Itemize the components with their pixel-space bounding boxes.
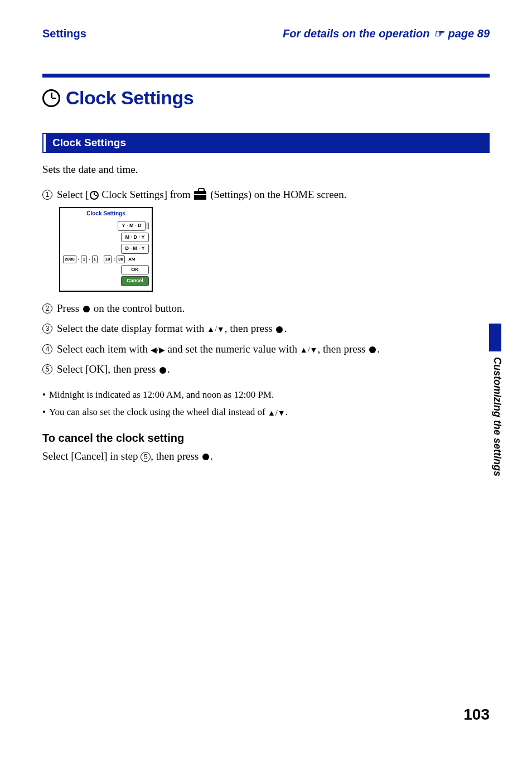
header-reference: For details on the operation ☞ page 89 [283,27,490,40]
header-rule [42,74,490,78]
step-5: 5 Select [OK], then press . [42,361,490,378]
note-1: • Midnight is indicated as 12:00 AM, and… [42,388,490,402]
page-title-row: Clock Settings [42,87,194,109]
pointer-icon: ☞ [434,27,444,40]
step-number-5: 5 [42,364,52,374]
center-button-icon [276,326,283,333]
section-header-text: Clock Settings [52,137,126,149]
header-section-title: Settings [42,27,86,40]
step-ref-5: 5 [141,452,151,462]
up-down-arrows-icon: ▲/▼ [268,409,286,417]
hour-field: 10 [104,255,112,263]
page-header: Settings For details on the operation ☞ … [42,27,490,40]
center-button-icon [202,454,209,460]
screenshot-title: Clock Settings [60,208,152,219]
day-field: 1 [92,255,98,263]
left-right-arrows-icon: ◀/▶ [151,346,165,354]
ok-button: OK [121,265,149,275]
up-down-arrows-icon: ▲/▼ [207,325,225,334]
toolbox-icon [194,191,206,200]
step-3: 3 Select the date display format with ▲/… [42,321,490,337]
step-number-3: 3 [42,324,52,334]
section-header-bar: Clock Settings [42,133,490,153]
cancel-subheading: To cancel the clock setting [42,430,490,446]
step-4: 4 Select each item with ◀/▶ and set the … [42,341,490,358]
step-2: 2 Press on the control button. [42,301,490,317]
year-field: 2008 [63,255,76,263]
clock-icon [42,89,60,107]
note-2: • You can also set the clock using the w… [42,405,490,420]
format-ymd: Y · M · D [118,221,146,231]
section-tab-label: Customizing the settings [491,357,503,476]
minute-field: 30 [117,255,125,263]
format-mdy: M · D · Y [121,233,149,243]
center-button-icon [159,367,166,374]
format-dmy: D · M · Y [121,244,149,254]
content-area: Sets the date and time. 1 Select [ Clock… [42,162,490,464]
scroll-indicator-icon [147,223,149,229]
section-tab [489,324,501,351]
step-number-2: 2 [42,303,52,314]
clock-icon [90,191,99,200]
center-button-icon [83,306,90,312]
cancel-instruction: Select [Cancel] in step 5, then press . [42,449,490,465]
notes-list: • Midnight is indicated as 12:00 AM, and… [42,388,490,420]
month-field: 1 [81,255,86,263]
intro-text: Sets the date and time. [42,162,490,178]
page-title: Clock Settings [66,87,194,109]
page-number: 103 [463,706,490,724]
date-time-row: 2008-1-1 10:30 AM [63,255,149,263]
clock-settings-screenshot: Clock Settings Y · M · D M · D · Y D · M… [59,207,153,292]
center-button-icon [369,346,376,353]
step-number-4: 4 [42,344,52,354]
step-1: 1 Select [ Clock Settings] from (Setting… [42,187,490,203]
step-number-1: 1 [42,190,52,200]
cancel-button: Cancel [121,276,149,286]
up-down-arrows-icon: ▲/▼ [300,346,318,354]
ampm-label: AM [128,256,135,263]
